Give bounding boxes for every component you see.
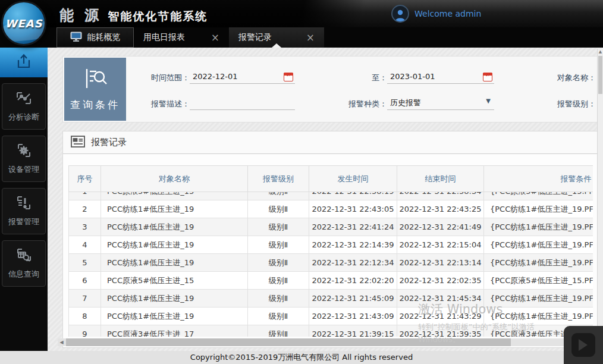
sidebar-item-analysis[interactable]: 分析诊断	[2, 83, 46, 130]
table-cell: 级别Ⅱ	[248, 218, 309, 236]
to-label: 至：	[360, 72, 387, 84]
alarm-type-field: 报警种类： 历史报警▼	[346, 97, 494, 110]
table-row[interactable]: 6PCC原液5#低压主进_15级别Ⅱ2022-12-31 22:02:20202…	[69, 272, 593, 290]
table-row[interactable]: 1PCC原液5#低压主进_15级别Ⅱ2022-12-31 22:58:19202…	[69, 192, 593, 200]
table-cell: 2022-12-31 22:41:49	[397, 218, 484, 236]
user-avatar-icon	[391, 5, 409, 23]
app-title-main: 能 源	[59, 6, 102, 25]
chart-icon	[15, 90, 33, 108]
query-list-search-icon	[82, 67, 108, 93]
table-cell: 2022-12-31 22:41:24	[309, 218, 397, 236]
col-end-time[interactable]: 结束时间	[397, 166, 484, 192]
query-conditions-tile: 查询条件	[64, 58, 126, 121]
table-cell: PCC纺练1#低压主进_19	[101, 200, 248, 218]
table-cell: PCC纺练1#低压主进_19	[101, 290, 248, 307]
table-row[interactable]: 2PCC纺练1#低压主进_19级别Ⅱ2022-12-31 22:43:05202…	[69, 200, 593, 218]
table-cell: 5	[69, 254, 101, 272]
table-cell: 级别Ⅱ	[248, 272, 309, 290]
alarm-level-label: 报警级别：	[557, 98, 596, 110]
tab-label: 报警记录	[238, 32, 272, 43]
alarm-level-field: 报警级别：	[557, 97, 596, 110]
table-cell: 9	[69, 325, 101, 337]
sidebar-item-alarms[interactable]: 报警管理	[2, 188, 46, 234]
overlay-play-icon[interactable]	[571, 333, 595, 357]
time-range-start-input[interactable]: 2022-12-01	[190, 71, 295, 84]
col-alarm-condition[interactable]: 报警条件	[484, 166, 593, 192]
table-cell: PCC纺练1#低压主进_19	[101, 254, 248, 272]
scroll-up-icon[interactable]: ▲	[598, 49, 603, 54]
table-cell: {PCC纺练1#低压主进_19.PFav}<0.9	[484, 236, 593, 254]
tab-alarm-records[interactable]: 报警记录 ×	[229, 27, 324, 48]
app-title-sub: 智能优化节能系统	[108, 9, 208, 24]
alarm-desc-input[interactable]	[190, 97, 295, 110]
table-header-row: 序号 对象名称 报警级别 发生时间 结束时间 报警条件	[69, 166, 593, 192]
table-cell: 2022-12-31 22:12:34	[309, 254, 397, 272]
vertical-scrollbar-thumb[interactable]	[598, 56, 602, 94]
export-icon	[15, 53, 33, 72]
col-start-time[interactable]: 发生时间	[309, 166, 397, 192]
tab-energy-overview[interactable]: 能耗概览	[56, 27, 134, 48]
table-row[interactable]: 8PCC纺练1#低压主进_19级别Ⅱ2022-12-31 21:43:09202…	[69, 307, 593, 325]
alarm-desc-field: 报警描述：	[137, 97, 295, 110]
sidebar-item-active[interactable]	[0, 48, 48, 77]
table-cell: 2022-12-31 22:43:25	[397, 200, 484, 218]
time-range-label: 时间范围：	[137, 72, 190, 84]
close-icon[interactable]: ×	[211, 33, 219, 43]
col-index[interactable]: 序号	[69, 166, 101, 192]
calendar-icon[interactable]	[483, 73, 492, 81]
corner-overlay[interactable]	[564, 326, 603, 364]
time-range-end-field: 至： 2023-01-01	[360, 71, 494, 84]
table-cell: 2022-12-31 22:15:04	[397, 236, 484, 254]
close-icon[interactable]: ×	[306, 33, 315, 43]
tab-label: 用电日报表	[143, 32, 185, 43]
footer: Copyright©2015-2019万洲电气有限公司 All rights r…	[0, 351, 603, 364]
table-row[interactable]: 3PCC纺练1#低压主进_19级别Ⅱ2022-12-31 22:41:24202…	[69, 218, 593, 236]
table-cell: 2022-12-31 22:02:35	[397, 272, 484, 290]
alarm-table-body[interactable]: 1PCC原液5#低压主进_15级别Ⅱ2022-12-31 22:58:19202…	[68, 192, 593, 337]
col-alarm-level[interactable]: 报警级别	[248, 166, 309, 192]
user-welcome[interactable]: Welcome admin	[391, 0, 481, 27]
vertical-scrollbar[interactable]: ▲	[597, 49, 603, 333]
weas-logo-text: WEAS	[5, 17, 42, 30]
table-cell: 2022-12-31 21:39:15	[309, 325, 397, 337]
table-cell: 4	[69, 236, 101, 254]
sidebar-item-label: 信息查询	[8, 269, 39, 280]
table-row[interactable]: 5PCC纺练1#低压主进_19级别Ⅱ2022-12-31 22:12:34202…	[69, 254, 593, 272]
horizontal-scrollbar[interactable]: ◀	[58, 338, 598, 346]
horizontal-scrollbar-thumb[interactable]	[66, 338, 511, 346]
table-cell: 级别Ⅱ	[248, 325, 309, 337]
monitor-icon	[70, 32, 82, 43]
sidebar-item-devices[interactable]: 设备管理	[2, 136, 46, 182]
table-cell: 2022-12-31 22:14:39	[309, 236, 397, 254]
table-cell: 级别Ⅱ	[248, 192, 309, 200]
alarm-type-label: 报警种类：	[346, 98, 387, 110]
gear-icon	[15, 143, 33, 160]
scroll-left-icon[interactable]: ◀	[58, 338, 65, 346]
sidebar-item-info-query[interactable]: 信息查询	[2, 240, 46, 287]
object-name-field: 对象名称：	[557, 71, 596, 84]
table-cell: 1	[69, 192, 101, 200]
table-cell: 2022-12-31 21:43:29	[397, 307, 484, 325]
query-conditions-panel: 查询条件 时间范围： 2022-12-01 至： 2023-01-01 对象名称…	[62, 56, 598, 123]
alarm-icon	[15, 195, 33, 212]
table-row[interactable]: 7PCC纺练1#低压主进_19级别Ⅱ2022-12-31 21:45:09202…	[69, 290, 593, 307]
chevron-down-icon[interactable]: ▼	[486, 95, 491, 107]
tab-label: 能耗概览	[87, 32, 121, 43]
calendar-icon[interactable]	[284, 73, 293, 81]
table-row[interactable]: 9PCC原液3#低压主进_17级别Ⅱ2022-12-31 21:39:15202…	[69, 325, 593, 337]
table-row[interactable]: 4PCC纺练1#低压主进_19级别Ⅱ2022-12-31 22:14:39202…	[69, 236, 593, 254]
tab-bar: 能耗概览 用电日报表 × 报警记录 ×	[0, 27, 603, 48]
table-cell: PCC纺练1#低压主进_19	[101, 218, 248, 236]
sidebar-item-label: 报警管理	[8, 216, 39, 227]
table-cell: 级别Ⅱ	[248, 200, 309, 218]
col-object-name[interactable]: 对象名称	[101, 166, 248, 192]
table-cell: 2022-12-31 21:45:34	[397, 290, 484, 307]
table-cell: 7	[69, 290, 101, 307]
table-cell: 2	[69, 200, 101, 218]
table-cell: PCC纺练1#低压主进_19	[101, 307, 248, 325]
sidebar: 分析诊断 设备管理 报警管理 信息	[0, 48, 48, 351]
alarm-type-select[interactable]: 历史报警▼	[387, 97, 494, 110]
tab-daily-report[interactable]: 用电日报表 ×	[134, 27, 229, 48]
time-range-end-input[interactable]: 2023-01-01	[387, 71, 494, 84]
time-range-field: 时间范围： 2022-12-01	[137, 71, 295, 84]
